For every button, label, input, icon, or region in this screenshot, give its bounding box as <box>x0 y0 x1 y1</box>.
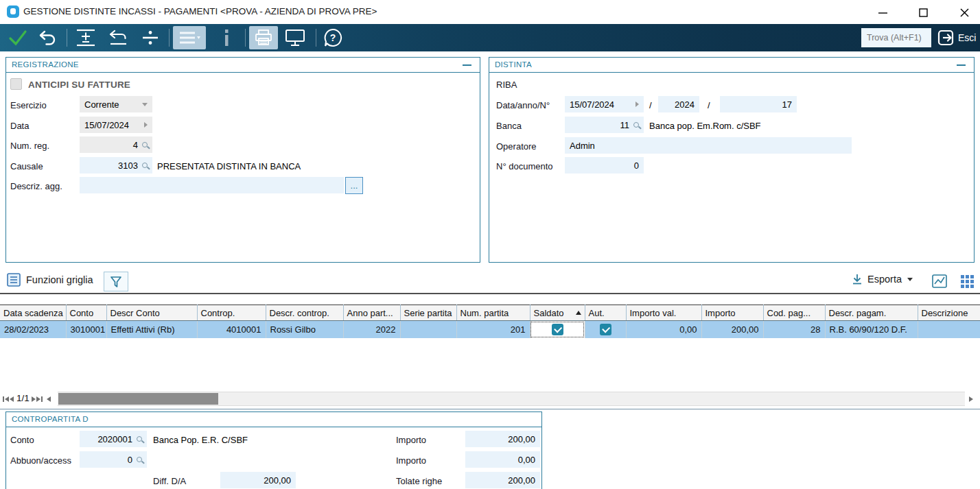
distinta-anno-field[interactable]: 2024 <box>658 96 699 112</box>
magnifier-icon[interactable] <box>633 122 639 128</box>
close-button[interactable] <box>954 4 975 21</box>
cell-importo[interactable]: 200,00 <box>701 321 763 338</box>
insert-row-button[interactable] <box>73 26 99 49</box>
cell-descr-controp[interactable]: Rossi Gilbo <box>266 321 343 338</box>
help-button[interactable]: ? <box>320 26 346 49</box>
cell-num-partita[interactable]: 201 <box>456 321 530 338</box>
magnifier-icon[interactable] <box>137 436 142 442</box>
undo-button[interactable] <box>36 26 60 49</box>
num-documento-field[interactable]: 0 <box>565 157 644 174</box>
col-header-importo-val[interactable]: Importo val. <box>626 305 701 321</box>
horizontal-scrollbar[interactable] <box>58 392 965 406</box>
totale-righe-label: Tolate righe <box>396 476 442 486</box>
print-button[interactable] <box>249 26 278 49</box>
col-header-descr-pagam[interactable]: Descr. pagam. <box>825 305 918 321</box>
col-header-conto[interactable]: Conto <box>66 305 106 321</box>
cell-cod-pag[interactable]: 28 <box>763 321 825 338</box>
collapse-panel-icon[interactable] <box>463 64 471 66</box>
funnel-icon <box>109 275 123 289</box>
menu-button[interactable] <box>173 26 206 49</box>
col-header-anno-part[interactable]: Anno part... <box>343 305 400 321</box>
divide-button[interactable] <box>137 26 163 49</box>
cell-data-scadenza[interactable]: 28/02/2023 <box>0 321 66 338</box>
scroll-left-button[interactable] <box>47 396 51 402</box>
col-header-descr-conto[interactable]: Descr Conto <box>106 305 197 321</box>
funzioni-griglia-menu[interactable]: Funzioni griglia <box>7 273 93 287</box>
filter-button[interactable] <box>104 272 128 291</box>
cell-aut[interactable] <box>585 321 626 338</box>
checked-checkbox-icon[interactable] <box>600 324 611 335</box>
grid-view-button[interactable] <box>961 275 974 288</box>
chart-icon <box>932 274 947 288</box>
conto-description: Banca Pop. E.R. C/SBF <box>153 435 248 445</box>
cell-descrizione[interactable] <box>918 321 980 338</box>
esercizio-select[interactable]: Corrente <box>80 96 152 112</box>
col-header-controp[interactable]: Controp. <box>197 305 266 321</box>
abbuon-field[interactable]: 0 <box>80 451 147 468</box>
exit-label: Esci <box>958 32 976 43</box>
col-header-descr-controp[interactable]: Descr. controp. <box>266 305 343 321</box>
num-reg-field[interactable]: 4 <box>80 136 152 153</box>
importo1-field[interactable]: 200,00 <box>465 431 540 447</box>
cell-saldato-focused[interactable] <box>530 321 585 338</box>
scrollbar-thumb[interactable] <box>58 393 218 405</box>
distinta-data-field[interactable]: 15/07/2024 <box>565 96 644 112</box>
scroll-right-button[interactable] <box>969 396 973 402</box>
exit-button[interactable]: Esci <box>937 28 976 47</box>
checked-checkbox-icon[interactable] <box>552 324 563 335</box>
cell-serie-partita[interactable] <box>400 321 456 338</box>
magnifier-icon[interactable] <box>137 457 142 462</box>
magnifier-icon[interactable] <box>142 163 148 168</box>
col-header-descrizione[interactable]: Descrizione <box>918 305 980 321</box>
insert-row-icon <box>75 29 96 47</box>
col-header-data-scadenza[interactable]: Data scadenza <box>0 305 66 321</box>
toolbar-separator <box>245 29 246 47</box>
col-header-saldato[interactable]: Saldato <box>530 305 585 321</box>
search-input[interactable] <box>861 28 931 47</box>
chart-view-button[interactable] <box>932 274 947 288</box>
confirm-button[interactable] <box>5 26 30 49</box>
distinta-numero-field[interactable]: 17 <box>720 96 797 112</box>
descriz-label: Descriz. agg. <box>10 181 62 191</box>
preview-button[interactable] <box>281 26 310 49</box>
last-page-button[interactable] <box>32 396 43 402</box>
help-icon: ? <box>323 28 342 47</box>
info-button[interactable] <box>214 26 239 49</box>
col-header-aut[interactable]: Aut. <box>585 305 626 321</box>
col-header-cod-pag[interactable]: Cod. pag... <box>763 305 825 321</box>
app-icon <box>7 5 19 18</box>
more-options-button[interactable]: ... <box>345 177 363 194</box>
cell-importo-val[interactable]: 0,00 <box>626 321 701 338</box>
data-field[interactable]: 15/07/2024 <box>80 117 152 133</box>
conto-field[interactable]: 2020001 <box>80 431 147 447</box>
chevron-down-icon <box>142 103 148 106</box>
first-page-button[interactable] <box>3 396 14 402</box>
grid-toolbar: Funzioni griglia Esporta <box>0 271 980 293</box>
col-header-serie-partita[interactable]: Serie partita <box>400 305 456 321</box>
cell-controp[interactable]: 4010001 <box>197 321 266 338</box>
cell-descr-conto[interactable]: Effetti Attivi (Rb) <box>106 321 197 338</box>
col-header-num-partita[interactable]: Num. partita <box>456 305 530 321</box>
cell-anno-part[interactable]: 2022 <box>343 321 400 338</box>
collapse-panel-icon[interactable] <box>957 64 966 66</box>
magnifier-icon[interactable] <box>142 142 148 147</box>
importo2-label: Importo <box>396 455 426 466</box>
causale-field[interactable]: 3103 <box>80 157 152 174</box>
maximize-button[interactable] <box>913 4 933 21</box>
banca-field[interactable]: 11 <box>565 117 644 133</box>
minimize-button[interactable] <box>872 4 893 21</box>
cell-descr-pagam[interactable]: R.B. 60/90/120 D.F. <box>825 321 918 338</box>
cell-conto[interactable]: 3010001 <box>66 321 106 338</box>
importo2-field[interactable]: 0,00 <box>465 451 540 468</box>
col-header-importo[interactable]: Importo <box>701 305 763 321</box>
esporta-button[interactable]: Esporta <box>851 273 913 285</box>
anticipi-checkbox[interactable] <box>10 78 22 90</box>
operatore-field[interactable]: Admin <box>565 137 852 154</box>
descriz-field[interactable] <box>80 177 344 193</box>
diff-label: Diff. D/A <box>153 476 186 486</box>
toolbar-separator <box>316 29 316 47</box>
causale-label: Causale <box>10 161 43 171</box>
revert-row-button[interactable] <box>104 26 132 49</box>
toolbar-separator <box>67 29 67 47</box>
grid-row-selected[interactable]: 28/02/2023 3010001 Effetti Attivi (Rb) 4… <box>0 321 980 338</box>
